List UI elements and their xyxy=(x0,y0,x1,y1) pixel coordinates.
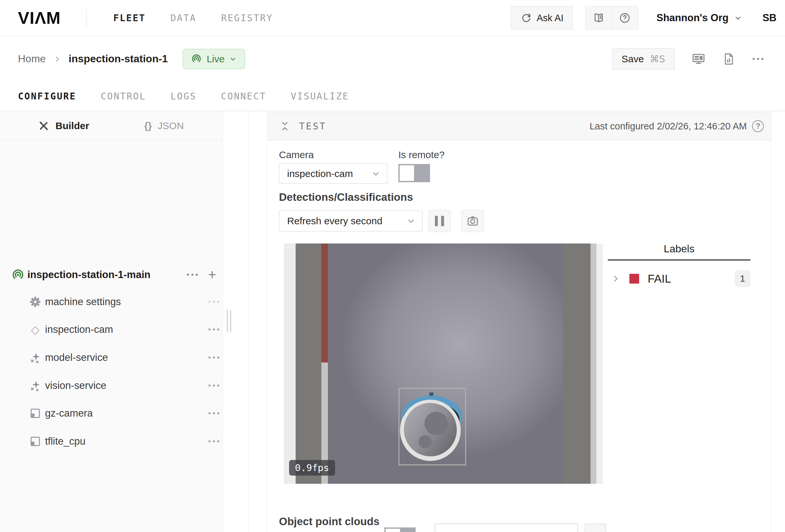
config-sidebar: Builder {} JSON inspection-station-1-mai… xyxy=(0,111,223,532)
ask-ai-button[interactable]: Ask AI xyxy=(511,6,573,30)
tab-connect[interactable]: CONNECT xyxy=(221,91,266,102)
documentation-button[interactable] xyxy=(586,6,612,29)
object-point-clouds-button[interactable] xyxy=(585,524,606,532)
feed-right-edge xyxy=(597,243,603,484)
more-menu-icon[interactable]: ••• xyxy=(187,270,200,280)
status-label: Live xyxy=(206,53,225,64)
labels-panel: Labels FAIL 1 xyxy=(608,243,751,287)
nav-divider xyxy=(86,9,86,27)
question-circle-icon xyxy=(618,12,631,24)
builder-json-switcher: Builder {} JSON xyxy=(0,111,223,140)
help-icon[interactable]: ? xyxy=(752,120,764,132)
feed-maroon-bar xyxy=(321,243,328,363)
sidebar-item-gz-camera[interactable]: gz-camera ••• xyxy=(0,403,223,423)
scrollbar-track-divider xyxy=(771,111,771,532)
feed-right-strip xyxy=(590,243,597,484)
feed-left-strip xyxy=(284,243,296,484)
diamond-icon: ◇ xyxy=(29,323,42,336)
sparkle-icon xyxy=(29,351,42,364)
add-component-icon[interactable]: + xyxy=(208,269,216,280)
json-mode-toggle[interactable]: {} JSON xyxy=(144,111,184,140)
snapshot-button[interactable] xyxy=(461,210,484,232)
camera-select[interactable]: inspection-cam xyxy=(279,163,387,184)
detections-heading: Detections/Classifications xyxy=(279,191,413,204)
feed-left-column xyxy=(296,243,321,484)
more-menu-button[interactable]: ••• xyxy=(752,54,765,63)
broadcast-icon xyxy=(191,53,202,64)
panel-divider xyxy=(267,111,267,532)
ai-refresh-sparkle-icon xyxy=(521,12,532,24)
tools-icon xyxy=(38,120,50,132)
topnav-right: Ask AI xyxy=(511,6,777,30)
machine-status-badge[interactable]: Live xyxy=(183,49,245,69)
test-section-header: TEST Last configured 2/02/26, 12:46:20 A… xyxy=(267,112,771,140)
sidebar-item-vision-service[interactable]: vision-service ••• xyxy=(0,375,223,396)
pause-stream-button[interactable] xyxy=(428,210,451,232)
nav-tab-fleet[interactable]: FLEET xyxy=(113,13,146,24)
sparkle-icon xyxy=(29,379,42,392)
sidebar-resize-handle[interactable] xyxy=(227,310,233,332)
label-row[interactable]: FAIL 1 xyxy=(608,270,751,287)
refresh-rate-select[interactable]: Refresh every second xyxy=(279,211,423,232)
breadcrumb-row: Home inspection-station-1 Live Save ⌘S xyxy=(0,36,785,81)
gear-icon xyxy=(29,295,42,309)
chevron-right-icon xyxy=(53,55,61,63)
sidebar-item-machine-settings[interactable]: machine settings ••• xyxy=(0,292,223,312)
user-avatar[interactable]: SB xyxy=(762,12,777,24)
more-menu-icon: ••• xyxy=(752,54,765,63)
sidebar-item-model-service[interactable]: model-service ••• xyxy=(0,347,223,368)
is-remote-toggle[interactable] xyxy=(398,164,430,182)
expand-label-icon[interactable] xyxy=(611,274,620,283)
sidebar-item-label: machine settings xyxy=(45,296,121,308)
breadcrumb-home[interactable]: Home xyxy=(18,53,46,65)
more-menu-icon[interactable]: ••• xyxy=(208,437,221,446)
save-button[interactable]: Save ⌘S xyxy=(612,48,675,70)
module-icon xyxy=(29,435,42,448)
org-switcher[interactable]: Shannon's Org xyxy=(656,12,742,24)
more-menu-icon[interactable]: ••• xyxy=(208,353,221,362)
monitor-icon xyxy=(692,52,705,66)
sidebar-item-label: tflite_cpu xyxy=(45,435,85,447)
panel-divider xyxy=(249,111,249,532)
help-button[interactable] xyxy=(612,6,638,29)
machine-tab-bar: CONFIGURE CONTROL LOGS CONNECT VISUALIZE xyxy=(0,81,785,111)
sidebar-item-label: gz-camera xyxy=(45,407,93,419)
camera-stream: 0.9fps xyxy=(284,243,603,484)
breadcrumb-actions: Save ⌘S xyxy=(612,48,765,70)
label-name: FAIL xyxy=(648,272,671,285)
nav-tab-registry[interactable]: REGISTRY xyxy=(221,13,273,24)
builder-mode-toggle[interactable]: Builder xyxy=(38,111,89,140)
sidebar-item-machine-main[interactable]: inspection-station-1-main ••• + xyxy=(0,265,223,285)
object-point-clouds-toggle[interactable] xyxy=(384,527,416,532)
machine-dashboard-button[interactable] xyxy=(692,52,705,66)
tab-configure[interactable]: CONFIGURE xyxy=(18,91,76,102)
report-document-icon-button[interactable] xyxy=(723,52,735,65)
last-configured-text: Last configured 2/02/26, 12:46:20 AM xyxy=(589,121,747,132)
object-point-clouds-heading: Object point clouds xyxy=(279,515,379,528)
tab-control[interactable]: CONTROL xyxy=(101,91,146,102)
refresh-rate-value: Refresh every second xyxy=(287,215,382,227)
file-chart-icon xyxy=(723,52,735,65)
is-remote-label: Is remote? xyxy=(398,149,445,160)
module-icon xyxy=(29,407,42,420)
viam-logo[interactable]: VIΛM xyxy=(18,8,61,28)
fps-badge: 0.9fps xyxy=(289,460,335,476)
breadcrumb-machine-name: inspection-station-1 xyxy=(69,53,168,65)
collapse-section-icon[interactable] xyxy=(280,121,290,131)
object-point-clouds-select[interactable] xyxy=(435,524,578,532)
more-menu-icon[interactable]: ••• xyxy=(208,409,221,418)
tab-visualize[interactable]: VISUALIZE xyxy=(291,91,349,102)
sidebar-item-tflite-cpu[interactable]: tflite_cpu ••• xyxy=(0,431,223,451)
more-menu-icon[interactable]: ••• xyxy=(208,381,221,390)
sidebar-item-inspection-cam[interactable]: ◇ inspection-cam ••• xyxy=(0,319,223,340)
feed-right-column xyxy=(563,243,590,484)
tab-logs[interactable]: LOGS xyxy=(171,91,196,102)
save-shortcut: ⌘S xyxy=(650,53,665,64)
nav-tab-data[interactable]: DATA xyxy=(170,13,196,24)
ask-ai-label: Ask AI xyxy=(537,13,563,24)
more-menu-icon[interactable]: ••• xyxy=(208,325,221,334)
toggle-knob xyxy=(386,529,400,532)
sidebar-item-label: inspection-cam xyxy=(45,324,113,336)
more-menu-icon[interactable]: ••• xyxy=(208,297,221,307)
sidebar-item-label: inspection-station-1-main xyxy=(27,269,150,281)
